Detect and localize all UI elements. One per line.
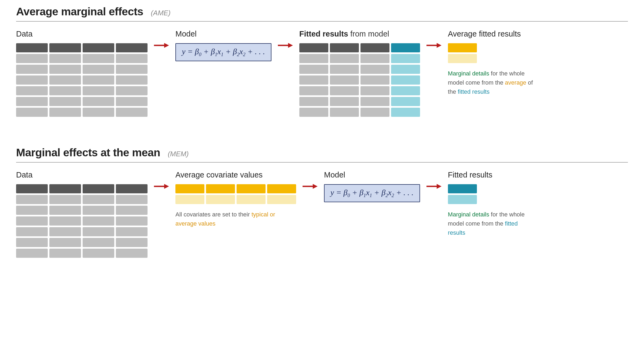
ame-header: Average marginal effects (AME) [16,5,628,21]
mem-model-col: Model y = β0 + β1x1 + β2x2 + . . . [324,171,420,202]
svg-marker-5 [437,43,441,48]
ame-avg-label: Average fitted results [448,30,539,38]
mem-model-formula: y = β0 + β1x1 + β2x2 + . . . [324,184,420,202]
ame-data-label: Data [16,30,148,38]
ame-fitted-label: Fitted results from model [299,30,420,38]
mem-fitted-table [448,184,528,204]
svg-marker-3 [288,43,293,48]
mem-section: Marginal effects at the mean (MEM) Data … [16,146,628,258]
ame-caption: Marginal details for the whole model com… [448,69,539,96]
ame-flow: Data Model y = β0 + β1x1 + β2x2 + . . . [16,30,628,117]
ame-model-label: Model [175,30,271,38]
ame-section: Average marginal effects (AME) Data Mode… [16,5,628,117]
arrow-icon [425,171,443,189]
ame-fitted-table [299,43,420,117]
ame-abbr: (AME) [151,9,171,17]
arrow-icon [301,171,319,189]
mem-model-label: Model [324,171,420,179]
svg-marker-9 [313,184,318,189]
svg-marker-11 [437,184,441,189]
arrow-icon [425,30,443,48]
ame-avg-col: Average fitted results Marginal details … [448,30,539,96]
mem-avgcov-label: Average covariate values [175,171,296,179]
ame-model-formula: y = β0 + β1x1 + β2x2 + . . . [175,43,271,61]
svg-marker-1 [164,43,169,48]
mem-caption: Marginal details for the whole model com… [448,210,528,237]
svg-marker-7 [164,184,169,189]
mem-cov-caption: All covariates are set to their typical … [175,210,293,228]
ame-data-col: Data [16,30,148,117]
ame-avg-table [448,43,539,63]
mem-fitted-label: Fitted results [448,171,528,179]
arrow-icon [276,30,295,48]
arrow-icon [152,171,171,189]
mem-title: Marginal effects at the mean [16,146,160,159]
mem-avgcov-table [175,184,296,204]
mem-avgcov-col: Average covariate values All covariates … [175,171,296,228]
ame-fitted-col: Fitted results from model [299,30,420,117]
mem-header: Marginal effects at the mean (MEM) [16,146,628,162]
mem-flow: Data Average covariate values All co [16,171,628,258]
mem-abbr: (MEM) [168,150,189,158]
ame-title: Average marginal effects [16,5,143,18]
mem-data-col: Data [16,171,148,258]
arrow-icon [152,30,171,48]
mem-data-label: Data [16,171,148,179]
ame-model-col: Model y = β0 + β1x1 + β2x2 + . . . [175,30,271,61]
ame-data-table [16,43,148,117]
mem-data-table [16,184,148,258]
mem-fitted-col: Fitted results Marginal details for the … [448,171,528,237]
